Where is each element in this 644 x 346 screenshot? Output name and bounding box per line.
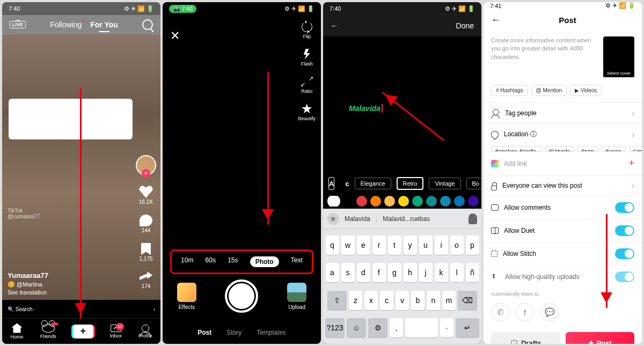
share-whatsapp[interactable]: ✆ xyxy=(491,303,509,321)
nav-inbox[interactable]: Inbox12 xyxy=(110,325,122,338)
gif-button[interactable]: ⊞ xyxy=(327,213,339,225)
keyboard-key[interactable]: t xyxy=(388,235,401,255)
font-retro[interactable]: Retro xyxy=(397,177,424,190)
search-icon[interactable] xyxy=(142,19,153,30)
keyboard-key[interactable]: n xyxy=(427,291,440,310)
keyboard-key[interactable]: y xyxy=(404,235,417,255)
chip-videos[interactable]: ▶ Videos xyxy=(570,85,602,96)
toggle-hq[interactable] xyxy=(615,271,634,282)
row-location[interactable]: Location ⓘ› xyxy=(484,123,642,145)
tool-beautify[interactable]: Beautify xyxy=(298,104,316,121)
color-swatch[interactable] xyxy=(342,196,353,207)
upload-button[interactable]: Upload xyxy=(287,283,306,310)
keyboard-key[interactable]: ⌫ xyxy=(458,291,477,310)
nav-create[interactable]: + xyxy=(73,325,93,338)
keyboard-key[interactable]: , xyxy=(390,318,403,337)
text-canvas[interactable]: Malavida A c Elegance Retro Vintage Bo xyxy=(323,36,481,209)
drafts-button[interactable]: 📋 Drafts xyxy=(491,332,560,344)
row-tag-people[interactable]: Tag people› xyxy=(484,102,642,123)
keyboard-key[interactable]: i xyxy=(435,235,448,255)
keyboard-key[interactable]: ñ xyxy=(466,263,479,282)
done-button[interactable]: Done xyxy=(456,21,474,30)
keyboard-key[interactable]: o xyxy=(450,235,464,255)
select-cover[interactable] xyxy=(603,36,634,77)
toggle-duet[interactable] xyxy=(615,225,634,236)
keyboard-key[interactable]: w xyxy=(341,235,355,255)
comment-button[interactable]: 144 xyxy=(140,215,152,233)
mode-text[interactable]: Text xyxy=(291,256,303,267)
back-button[interactable]: ← xyxy=(491,14,501,26)
tool-flip[interactable]: Flip xyxy=(302,21,312,39)
case-button[interactable]: c xyxy=(345,177,349,190)
keyboard-key[interactable]: h xyxy=(404,263,417,282)
keyboard-key[interactable]: e xyxy=(357,235,370,255)
location-chip[interactable]: Catalun xyxy=(629,146,642,151)
keyboard-key[interactable]: a xyxy=(326,263,339,282)
color-swatch[interactable] xyxy=(426,196,437,207)
keyboard-key[interactable]: ⚙ xyxy=(368,318,387,337)
location-chip[interactable]: El Mundo xyxy=(545,146,574,151)
keyboard-key[interactable]: · xyxy=(440,318,453,337)
tool-ratio[interactable]: Ratio xyxy=(301,76,312,94)
see-translation[interactable]: See translation xyxy=(8,289,48,296)
keyboard-key[interactable]: p xyxy=(466,235,479,255)
capture-button[interactable] xyxy=(225,279,258,313)
color-swatch[interactable] xyxy=(412,196,423,207)
tool-flash[interactable]: Flash xyxy=(301,49,313,67)
color-swatch[interactable] xyxy=(370,196,381,207)
mode-10m[interactable]: 10m xyxy=(181,256,193,267)
nav-profile[interactable]: Profile xyxy=(138,325,152,338)
share-facebook[interactable]: f xyxy=(516,303,534,321)
color-swatch[interactable] xyxy=(328,196,339,207)
toggle-comments[interactable] xyxy=(615,202,634,213)
location-chip[interactable]: Europa xyxy=(602,146,626,151)
keyboard-key[interactable]: x xyxy=(364,291,378,310)
like-button[interactable]: 16.1K xyxy=(139,185,153,205)
live-icon[interactable]: LIVE xyxy=(10,21,26,28)
row-add-link[interactable]: Add link+ xyxy=(484,151,642,175)
keyboard-key[interactable]: r xyxy=(372,235,386,255)
nav-friends[interactable]: Friends xyxy=(40,324,56,339)
color-swatch[interactable] xyxy=(384,196,395,207)
keyboard-key[interactable]: s xyxy=(341,263,355,282)
mode-15s[interactable]: 15s xyxy=(228,256,238,267)
tab-story[interactable]: Story xyxy=(226,329,241,336)
author-name[interactable]: Yumaaraa77 xyxy=(8,271,48,279)
color-swatch[interactable] xyxy=(468,196,479,207)
font-bold[interactable]: Bo xyxy=(466,178,481,189)
share-button[interactable]: 174 xyxy=(140,271,152,289)
caption-input[interactable]: Create more informative content when you… xyxy=(491,36,598,77)
keyboard-key[interactable]: k xyxy=(435,263,448,282)
suggestion[interactable]: Malavid...ruebas xyxy=(383,215,430,223)
keyboard-key[interactable]: f xyxy=(372,263,386,282)
keyboard-key[interactable]: l xyxy=(450,263,464,282)
nav-home[interactable]: Home xyxy=(11,323,24,340)
text-overlay[interactable]: Malavida xyxy=(349,104,383,113)
font-vintage[interactable]: Vintage xyxy=(429,178,460,189)
close-button[interactable]: ✕ xyxy=(170,29,180,43)
mode-60s[interactable]: 60s xyxy=(206,256,216,267)
font-elegance[interactable]: Elegance xyxy=(355,178,391,189)
color-swatch[interactable] xyxy=(398,196,409,207)
location-chip[interactable]: Barcelona, España. xyxy=(491,146,542,151)
mic-icon[interactable] xyxy=(469,214,477,224)
keyboard-key[interactable]: m xyxy=(442,291,456,310)
keyboard-key[interactable]: c xyxy=(380,291,393,310)
keyboard-key[interactable]: d xyxy=(357,263,370,282)
tab-post[interactable]: Post xyxy=(197,329,211,336)
keyboard-key[interactable]: ☺ xyxy=(347,318,366,337)
keyboard-key[interactable]: u xyxy=(419,235,433,255)
keyboard-key[interactable]: ⇧ xyxy=(327,291,347,310)
toggle-stitch[interactable] xyxy=(615,248,634,259)
tab-for-you[interactable]: For You xyxy=(90,20,118,29)
keyboard-key[interactable]: ?123 xyxy=(325,318,345,337)
keyboard-key[interactable]: g xyxy=(388,263,401,282)
chip-hashtags[interactable]: # Hashtags xyxy=(491,85,528,96)
keyboard-key[interactable]: b xyxy=(411,291,425,310)
keyboard-key[interactable] xyxy=(405,318,438,337)
keyboard-key[interactable]: j xyxy=(419,263,433,282)
video-feed[interactable]: 16.1K 144 1,175 174 TikTok@yumaara77 Yum… xyxy=(2,34,160,300)
mention[interactable]: 😊 @Martina xyxy=(8,281,48,288)
mode-photo[interactable]: Photo xyxy=(250,256,279,267)
suggestion[interactable]: Malavida xyxy=(345,215,370,223)
